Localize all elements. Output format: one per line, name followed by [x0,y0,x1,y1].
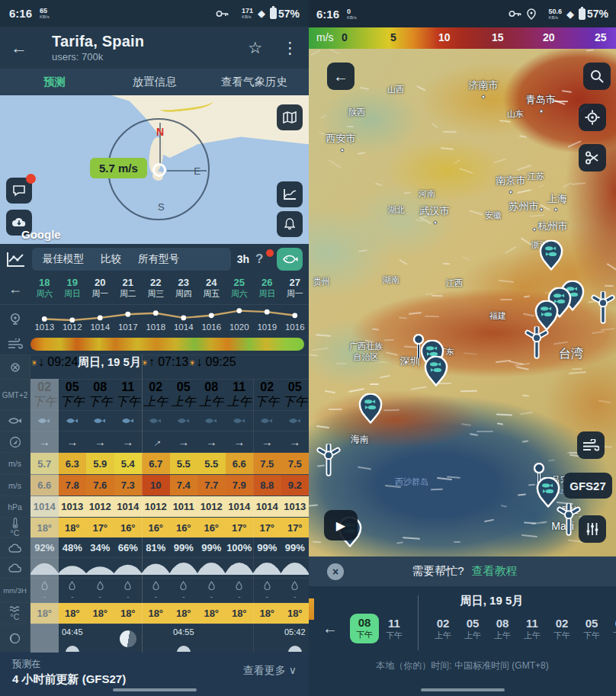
wind-streak [520,412,533,415]
time-chip-08上午[interactable]: 08上午 [488,617,517,641]
day-21[interactable]: 21周二 [114,274,143,304]
hour-cell[interactable]: 08上午 [197,380,226,410]
water-temp-row-cell: 18° [170,603,198,624]
map-label: 海南 [351,433,369,446]
wind-gust-row-cell: 7.8 [59,475,87,496]
tab-0[interactable]: 预测 [5,75,104,89]
model-button[interactable]: GFS27 [563,473,612,499]
time-chip-05上午[interactable]: 05上午 [458,617,487,641]
wind-streak [432,123,438,128]
wind-speed-badge: 5.7 m/s [90,158,147,178]
model-option-0[interactable]: 最佳模型 [43,252,84,266]
search-button[interactable] [583,63,611,90]
wind-streak [500,299,512,300]
time-chip-02上午[interactable]: 02上午 [428,617,457,641]
hour-cell[interactable]: 11下午 [114,380,143,410]
wind-speed-row-cell: 6.7 [142,453,170,474]
pressure-row-cell: 1013 [281,496,310,517]
map-label: 台湾 [559,346,583,362]
turbine-marker[interactable] [590,291,616,325]
wind-streak [470,210,484,215]
fish-marker[interactable] [424,356,448,386]
drag-handle[interactable] [421,688,505,691]
wind-layer-button[interactable] [577,431,605,459]
drag-handle[interactable] [113,688,197,691]
help-button[interactable]: ? [255,252,271,267]
day-selector-row: ←18周六19周日20周一21周二22周三23周四24周五25周六26周日27周… [0,274,309,305]
turbine-marker[interactable] [316,444,342,477]
hour-cell[interactable]: 02下午 [253,380,281,410]
close-help-button[interactable]: × [327,563,344,580]
see-more-button[interactable]: 查看更多 ∨ [243,664,297,678]
hour-cell[interactable]: 05下午 [281,380,310,410]
tide-chart-button[interactable] [277,181,303,207]
chip-day-separator [418,595,419,650]
time-chip-05下午[interactable]: 05下午 [577,617,606,641]
layer-settings-button[interactable] [579,515,606,543]
map-label: 广西壮族 [349,341,383,352]
day-27[interactable]: 27周一 [281,274,310,304]
cloud-cover-row-cell: 48% [59,538,87,557]
hour-cell[interactable]: 05下午 [59,380,87,410]
day-19[interactable]: 19周日 [59,274,87,304]
wind-streak [522,394,529,396]
wind-streak [553,341,568,344]
time-chip-11上午[interactable]: 11上午 [518,617,547,641]
turbine-marker[interactable] [524,326,550,360]
time-chip-02下午[interactable]: 02下午 [547,617,576,641]
time-chip-08下午[interactable]: 08下午 [607,617,616,641]
play-animation-button[interactable]: ▶ [324,510,358,540]
overflow-menu-icon[interactable]: ⋮ [282,39,298,57]
hour-cell[interactable]: 02下午 [30,380,59,410]
day-22[interactable]: 22周三 [142,274,170,304]
precip-row: mm/3H---------- [0,578,309,602]
locate-button[interactable] [579,104,606,131]
day-25[interactable]: 25周六 [226,274,254,304]
time-chip-11下午[interactable]: 11下午 [380,617,409,641]
wind-icon [8,338,23,349]
time-step-label[interactable]: 3h [237,253,249,265]
chat-button[interactable] [6,178,32,204]
fishing-mode-button[interactable] [277,248,303,271]
model-options-pill[interactable]: 最佳模型比较所有型号 [32,248,231,271]
turbine-marker[interactable] [556,503,582,537]
hour-cell[interactable]: 05上午 [170,380,198,410]
mini-map[interactable]: N E S 5.7 m/s Google [0,95,309,244]
day-26[interactable]: 26周日 [253,274,281,304]
hour-cell[interactable]: 02上午 [142,380,170,410]
wind-arrow-cell: → [170,431,198,452]
time-chip-08下午[interactable]: 08下午 [350,614,379,643]
day-20[interactable]: 20周一 [86,274,114,304]
fish-marker[interactable] [358,393,383,424]
fish-marker[interactable] [539,240,563,271]
webcam-icon [8,313,22,326]
wind-arrow-cell: → [142,431,170,452]
map-fullscreen-button[interactable] [277,104,303,130]
model-option-1[interactable]: 比较 [101,252,121,266]
tab-2[interactable]: 查看气象历史 [204,75,304,89]
wind-arrow-cell: → [30,431,59,452]
day-23[interactable]: 23周四 [170,274,198,304]
row-unit-label [0,431,30,452]
alerts-button[interactable] [277,211,303,237]
day-24[interactable]: 24周五 [197,274,226,304]
city-dot [540,208,544,212]
days-back-button[interactable]: ← [0,274,30,304]
distance-tool-button[interactable] [579,144,606,172]
wind-layer-icon [582,439,599,451]
wind-gradient-row [0,333,309,354]
wind-speed-row-cell: 5.5 [197,453,226,474]
favorite-star-icon[interactable]: ☆ [248,39,262,57]
hour-cell[interactable]: 11上午 [226,380,254,410]
day-18[interactable]: 18周六 [30,274,59,304]
wind-streak [443,131,457,133]
map-back-button[interactable]: ← [327,63,355,90]
wind-streak [522,440,528,442]
tutorial-link[interactable]: 查看教程 [472,564,518,577]
back-button[interactable]: ← [11,38,41,58]
tab-1[interactable]: 放置信息 [104,75,204,89]
pressure-row: hPa1014101310121014101210111012101410141… [0,496,309,517]
model-option-2[interactable]: 所有型号 [138,252,179,266]
precip-cell: - [30,579,59,602]
hour-cell[interactable]: 08下午 [86,380,114,410]
